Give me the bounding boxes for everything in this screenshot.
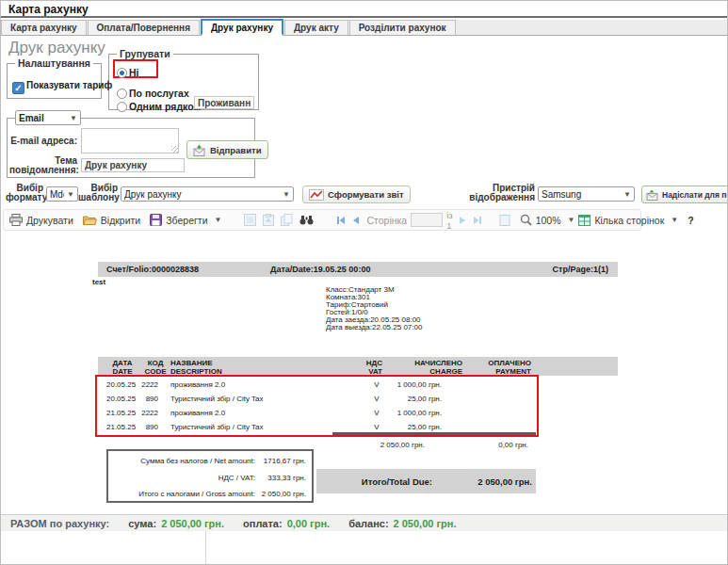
- open-button[interactable]: Відкрити: [83, 215, 140, 226]
- copy-icon: [281, 214, 293, 226]
- subtotal-rule: [332, 432, 536, 435]
- email-address-input[interactable]: [81, 128, 179, 153]
- status-payment-value: 0,00 грн.: [287, 518, 330, 529]
- table-row: 21.05.25 2222 проживання 2.0 V 1 000,00 …: [98, 409, 539, 421]
- single-page-icon: [499, 215, 510, 226]
- status-title: РАЗОМ по рахунку:: [10, 518, 109, 529]
- generate-report-label: Сформувати звіт: [328, 189, 404, 200]
- subtotal-payment: 0,00 грн.: [453, 441, 528, 449]
- vat-label: НДС / VAT:: [114, 474, 255, 482]
- multi-page-button[interactable]: Кілька сторінок ▼: [578, 215, 678, 226]
- tab-rozdility-rakhunok[interactable]: Розділити рахунок: [349, 20, 456, 35]
- chart-icon: [309, 189, 324, 201]
- app-window: Карта рахунку Карта рахунку Оплата/Повер…: [0, 0, 728, 565]
- save-label: Зберегти: [166, 215, 207, 226]
- vat-value: 333,33 грн.: [250, 474, 306, 482]
- chevron-down-icon: ▼: [283, 190, 290, 199]
- help-button[interactable]: ?: [688, 215, 693, 226]
- template-select[interactable]: Друк рахунку▼: [121, 186, 294, 202]
- format-label: Вибір формату: [6, 184, 43, 202]
- radio-one-line-label: Одним рядком: [129, 101, 201, 112]
- format-value: Mdc: [50, 189, 64, 200]
- show-tariff-checkbox[interactable]: ✓: [12, 82, 24, 94]
- print-toolbar: Друкувати Відкрити Зберегти ▼: [3, 209, 641, 231]
- page-nav-label: Сторінка: [366, 215, 407, 226]
- format-select[interactable]: Mdc▼: [46, 186, 78, 202]
- open-label: Відкрити: [101, 215, 140, 226]
- status-sum-label: сума:: [128, 518, 156, 529]
- printer-icon: [9, 214, 23, 226]
- gross-amount-value: 2 050,00 грн.: [250, 490, 306, 498]
- folder-open-icon: [83, 215, 97, 226]
- vertical-divider: [205, 531, 206, 565]
- multi-page-icon: [578, 215, 590, 226]
- status-balance-value: 2 050,00 грн.: [394, 518, 457, 529]
- tab-bar: Карта рахунку Оплата/Повернення Друк рах…: [1, 20, 727, 36]
- zoom-control[interactable]: 100% ▼: [520, 214, 575, 226]
- prev-page-button[interactable]: [351, 216, 361, 225]
- status-sum-value: 2 050,00 грн.: [161, 518, 224, 529]
- window-title: Карта рахунку: [1, 1, 727, 18]
- page-number-input[interactable]: [411, 213, 443, 227]
- col-date: ДАТАDATE: [102, 359, 143, 376]
- send-email-button[interactable]: Відправити: [186, 140, 268, 159]
- total-due-value: 2 050,00 грн.: [437, 476, 532, 487]
- table-row: 20.05.25 2222 проживання 2.0 V 1 000,00 …: [98, 380, 539, 393]
- col-code: КОДCODE: [143, 359, 168, 376]
- tab-druk-aktu[interactable]: Друк акту: [284, 20, 348, 35]
- save-button[interactable]: Зберегти ▼: [150, 214, 221, 226]
- col-charge: НАЧИСЛЕНОCHARGE: [378, 359, 462, 376]
- email-fieldset: Email▼ E-mail адреса: Відправити Тема по…: [7, 118, 255, 178]
- chevron-down-icon: ▼: [215, 216, 222, 224]
- grouping-fieldset: Групувати Ні По послугах Одним рядком: [108, 54, 259, 110]
- net-amount-label: Сумма без налогов / Net amount:: [114, 457, 255, 465]
- send-email-label: Відправити: [210, 145, 262, 155]
- radio-one-line[interactable]: [117, 102, 127, 112]
- status-payment-label: оплата:: [243, 518, 283, 529]
- generate-report-button[interactable]: Сформувати звіт: [302, 186, 411, 203]
- resize-handle-icon[interactable]: [171, 146, 178, 153]
- invoice-header-bar: Счет/Folio:0000028838 Дата/Date:19.05.25…: [98, 262, 618, 277]
- copy-button[interactable]: [281, 214, 293, 226]
- tab-karta-rakhunku[interactable]: Карта рахунку: [1, 20, 87, 35]
- first-page-button[interactable]: [336, 216, 346, 225]
- single-page-button[interactable]: [499, 215, 510, 226]
- chevron-down-icon: ▼: [568, 216, 575, 224]
- radio-no[interactable]: [117, 68, 127, 78]
- grouping-legend: Групувати: [117, 48, 173, 59]
- search-button[interactable]: [299, 215, 314, 225]
- nav-next-icon: [458, 216, 467, 225]
- last-page-button[interactable]: [473, 216, 482, 225]
- info-line: Дата выезда:22.05.25 07:00: [326, 324, 422, 331]
- email-subject-label: Тема повідомлення:: [9, 156, 77, 175]
- tab-oplata-povernennya[interactable]: Оплата/Повернення: [88, 20, 200, 35]
- invoice-page: Стр/Page:1(1): [553, 265, 608, 274]
- radio-no-label: Ні: [129, 67, 139, 78]
- show-tariff-label: Показувати тариф: [26, 80, 112, 90]
- next-page-button[interactable]: [458, 216, 467, 225]
- multi-page-label: Кілька сторінок: [594, 215, 664, 226]
- device-label: Пристрій відображення: [460, 184, 535, 202]
- email-address-label: E-mail адреса:: [9, 137, 77, 146]
- print-button[interactable]: Друкувати: [9, 214, 73, 226]
- send-preview-button[interactable]: Надіслати для перегляду: [641, 186, 728, 203]
- template-label: Вибір шаблону: [78, 184, 118, 202]
- select-button[interactable]: [244, 214, 256, 226]
- email-subject-input[interactable]: [81, 158, 185, 172]
- tax-totals-box: Сумма без налогов / Net amount: 1716,67 …: [106, 449, 314, 503]
- total-due-label: Итого/Total Due:: [316, 476, 432, 487]
- device-select[interactable]: Samsung▼: [538, 186, 635, 202]
- page-title: Друк рахунку: [8, 39, 105, 57]
- email-type-select[interactable]: Email▼: [15, 110, 81, 125]
- one-line-text-input[interactable]: [194, 96, 254, 109]
- template-value: Друк рахунку: [124, 189, 280, 200]
- paste-button[interactable]: [263, 214, 274, 226]
- settings-fieldset: Налаштування ✓Показувати тариф: [7, 63, 102, 99]
- invoice-date: Дата/Date:19.05.25 00:00: [270, 265, 370, 274]
- tab-druk-rakhunku[interactable]: Друк рахунку: [201, 19, 283, 36]
- print-label: Друкувати: [26, 215, 73, 226]
- magnifier-icon: [520, 214, 532, 226]
- send-preview-label: Надіслати для перегляду: [662, 190, 728, 200]
- net-amount-value: 1716,67 грн.: [250, 457, 306, 465]
- status-balance-label: баланс:: [348, 518, 388, 529]
